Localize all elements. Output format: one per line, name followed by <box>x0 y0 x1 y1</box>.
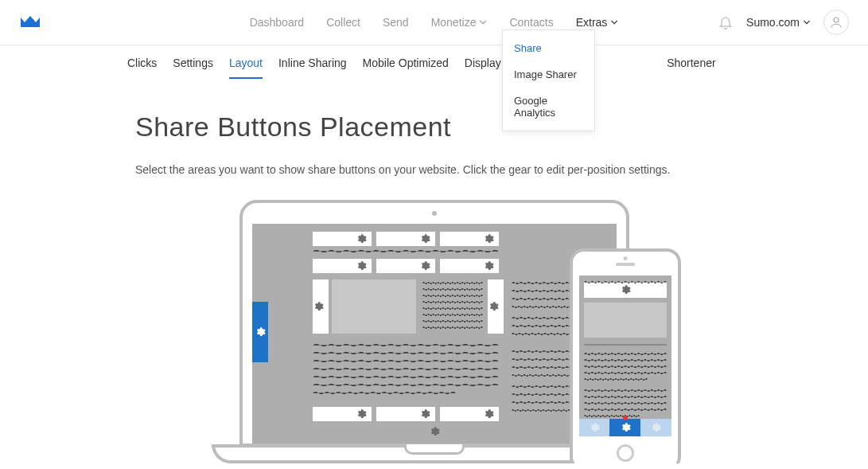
gear-icon <box>483 408 494 420</box>
gear-icon <box>483 260 494 272</box>
nav-extras[interactable]: Extras <box>576 16 619 29</box>
top-nav: Dashboard Collect Send Monetize Contacts… <box>0 0 868 45</box>
chevron-down-icon <box>610 18 618 26</box>
gear-icon <box>620 422 631 433</box>
mobile-zone-bottom-left[interactable] <box>579 419 610 436</box>
chevron-down-icon <box>479 18 487 26</box>
placement-diagram <box>135 200 733 463</box>
subtab-clicks[interactable]: Clicks <box>127 57 157 79</box>
page-title: Share Buttons Placement <box>135 111 733 143</box>
page-description: Select the areas you want to show share … <box>135 163 733 176</box>
gear-icon <box>483 233 494 244</box>
user-icon <box>829 15 843 29</box>
nav-dashboard[interactable]: Dashboard <box>250 16 305 29</box>
gear-icon <box>650 422 661 433</box>
gear-icon <box>356 260 367 272</box>
desktop-zone-article-right[interactable] <box>488 279 504 334</box>
phone-home-button-icon <box>617 444 634 462</box>
gear-icon <box>429 426 440 437</box>
mobile-zone-bottom-right[interactable] <box>640 419 671 436</box>
mobile-zone-bottom-center[interactable] <box>609 419 640 436</box>
subtab-settings[interactable]: Settings <box>173 57 213 79</box>
main-nav: Dashboard Collect Send Monetize Contacts… <box>250 16 619 29</box>
page-content: Share Buttons Placement Select the areas… <box>0 80 868 463</box>
site-switcher[interactable]: Sumo.com <box>746 16 811 29</box>
crown-logo-icon <box>19 14 41 30</box>
subtab-mobile-optimized[interactable]: Mobile Optimized <box>363 57 449 79</box>
desktop-zone-article-left[interactable] <box>313 279 329 334</box>
nav-send[interactable]: Send <box>383 16 409 29</box>
desktop-preview <box>212 200 657 463</box>
desktop-zone-bottom-right[interactable] <box>440 407 499 421</box>
desktop-image-placeholder <box>332 279 416 334</box>
nav-collect[interactable]: Collect <box>326 16 360 29</box>
subtab-layout[interactable]: Layout <box>229 57 263 79</box>
desktop-zone-upper-center[interactable] <box>376 259 435 273</box>
gear-icon <box>356 233 367 244</box>
nav-contacts[interactable]: Contacts <box>509 16 553 29</box>
gear-icon <box>356 408 367 420</box>
gear-icon <box>419 233 430 244</box>
extras-item-google-analytics[interactable]: Google Analytics <box>503 88 594 126</box>
mobile-image-placeholder <box>584 303 667 338</box>
gear-icon <box>313 301 324 312</box>
subtab-inline-sharing[interactable]: Inline Sharing <box>278 57 347 79</box>
extras-item-share[interactable]: Share <box>503 35 594 61</box>
gear-icon <box>419 260 430 272</box>
desktop-zone-bottom-center[interactable] <box>376 407 435 421</box>
desktop-zone-upper-left[interactable] <box>313 259 372 273</box>
notifications-bell-icon[interactable] <box>718 14 734 30</box>
gear-icon <box>589 422 600 433</box>
desktop-zone-left-rail[interactable] <box>252 302 268 362</box>
gear-icon <box>255 326 266 338</box>
desktop-zone-footer[interactable] <box>418 424 450 439</box>
gear-icon <box>488 301 499 312</box>
subtab-shortener[interactable]: Shortener <box>667 57 715 79</box>
nav-monetize[interactable]: Monetize <box>431 16 488 29</box>
desktop-zone-top-right[interactable] <box>440 232 499 246</box>
desktop-zone-upper-right[interactable] <box>440 259 499 273</box>
extras-item-image-sharer[interactable]: Image Sharer <box>503 61 594 88</box>
mobile-preview <box>570 248 681 463</box>
desktop-zone-bottom-left[interactable] <box>313 407 372 421</box>
gear-icon <box>419 408 430 420</box>
sub-tabs: Clicks Settings Layout Inline Sharing Mo… <box>0 45 868 80</box>
chevron-down-icon <box>803 18 811 26</box>
extras-dropdown: Share Image Sharer Google Analytics <box>502 29 595 131</box>
desktop-zone-top-center[interactable] <box>376 232 435 246</box>
gear-icon <box>620 284 631 295</box>
user-avatar[interactable] <box>823 10 849 35</box>
desktop-zone-top-left[interactable] <box>313 232 372 246</box>
mobile-zone-top[interactable] <box>584 282 667 298</box>
